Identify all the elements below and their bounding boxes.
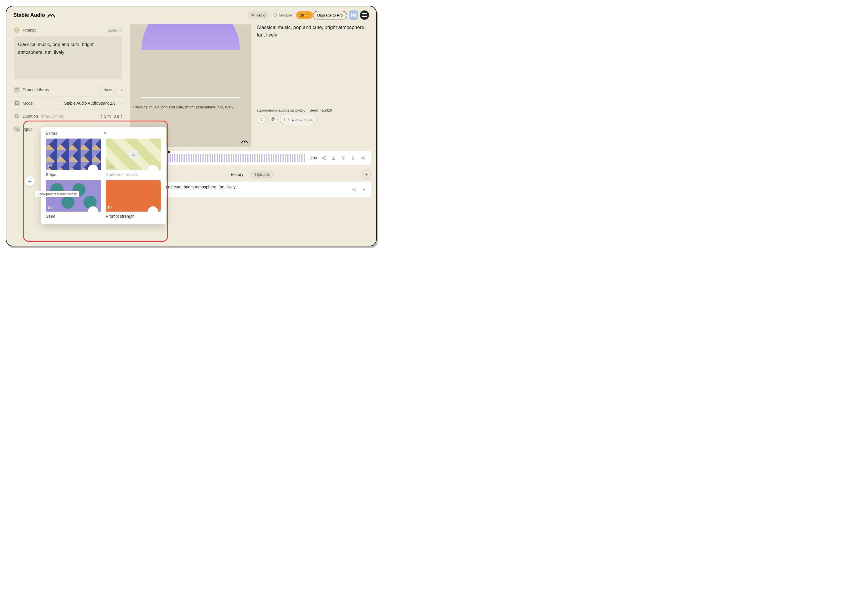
download-icon — [362, 187, 366, 192]
extras-tooltip: Show prompt extras overlay — [35, 191, 80, 197]
prompt-textarea[interactable]: Classical music, pop and cute, bright at… — [14, 36, 122, 80]
artwork-caption: Classical music, pop and cute, bright at… — [130, 102, 251, 112]
clock-icon — [14, 113, 20, 119]
share-icon — [322, 155, 326, 160]
add-extras-button[interactable]: ＋ — [25, 176, 35, 186]
svg-rect-3 — [354, 15, 356, 17]
download-button[interactable] — [361, 187, 367, 192]
mixtape-toggle[interactable]: Mixtape — [269, 11, 296, 19]
model-id: stable-audio-audiosparx-v2-0 — [257, 108, 306, 112]
upgrade-button[interactable]: Upgrade to Pro — [313, 11, 347, 19]
download-icon — [331, 155, 336, 160]
hamburger-icon — [362, 13, 367, 17]
total-time: 3:00 — [310, 156, 317, 160]
brand-name: Stable Audio — [13, 12, 45, 18]
extras-card-prompt-strength[interactable]: Pr Prompt strength — [106, 180, 161, 219]
history-item[interactable]: ssical music, pop and cute, bright atmos… — [130, 182, 371, 197]
svg-point-24 — [354, 190, 356, 191]
add-button[interactable]: ＋ — [362, 170, 371, 179]
extras-card-number-of-results[interactable]: Nu Number of results — [106, 139, 161, 177]
duration-row[interactable]: Duration (max. 3m 0s) ▴▾3 m 0 s▴▾ — [12, 110, 125, 123]
speaker-icon — [361, 155, 366, 160]
svg-rect-15 — [272, 118, 275, 120]
model-icon — [14, 100, 20, 106]
radio-toggle[interactable]: Radio — [247, 11, 269, 19]
waveform-icon — [284, 118, 289, 121]
extras-overlay: Extras ✕ St Steps Nu Number of results S… — [41, 127, 166, 224]
volume-button[interactable] — [360, 155, 366, 160]
audio-player: 31 3:00 — [130, 151, 371, 165]
back-button[interactable] — [257, 115, 266, 124]
svg-point-18 — [325, 156, 326, 157]
credits-pill[interactable]: 16♫ — [296, 11, 313, 19]
brand: Stable Audio — [13, 12, 55, 18]
info-icon: i — [118, 28, 122, 32]
chevron-right-icon[interactable]: › — [118, 101, 122, 106]
use-as-input-button[interactable]: Use as input — [280, 115, 317, 124]
thumbs-down-button[interactable] — [341, 155, 347, 160]
svg-rect-27 — [132, 154, 135, 155]
svg-rect-2 — [351, 15, 353, 17]
svg-line-26 — [353, 190, 355, 191]
right-panel: Classical music, pop and cute, bright at… — [130, 24, 371, 246]
track-description: Classical music, pop and cute, bright at… — [257, 24, 371, 38]
music-note-icon: ♫ — [306, 13, 309, 18]
waveform-icon — [14, 126, 20, 132]
share-icon — [352, 187, 356, 192]
model-value: Stable Audio AudioSparx 2.0 — [64, 101, 115, 105]
svg-point-19 — [325, 158, 326, 160]
prompt-guide-link[interactable]: guide i — [108, 28, 122, 33]
lock-icon — [128, 149, 139, 159]
model-label: Model — [23, 101, 34, 105]
svg-point-23 — [354, 188, 356, 189]
main-menu-button[interactable] — [360, 10, 369, 20]
brand-logo-icon — [47, 12, 55, 18]
history-item[interactable]: ssic music 0 1 hour ago — [130, 199, 371, 214]
share-button[interactable] — [351, 187, 357, 192]
thumbs-up-icon — [351, 155, 356, 160]
svg-line-25 — [353, 188, 355, 189]
svg-rect-12 — [15, 102, 18, 105]
extras-close-button[interactable]: ✕ — [103, 131, 161, 136]
brand-logo-icon — [241, 139, 248, 144]
svg-rect-14 — [272, 118, 274, 121]
track-artwork — [130, 24, 251, 102]
prompt-label: Prompt — [23, 28, 35, 33]
arrow-left-icon — [259, 117, 263, 121]
extras-card-steps[interactable]: St Steps — [46, 139, 101, 177]
copy-icon — [271, 117, 275, 121]
chevron-right-icon[interactable]: › — [118, 87, 122, 92]
layout-grid-button[interactable] — [349, 10, 358, 20]
library-icon — [14, 87, 20, 93]
copy-button[interactable] — [268, 115, 278, 124]
grid-icon — [351, 13, 356, 18]
seed-value: -15319 — [320, 108, 332, 112]
extras-title: Extras — [46, 131, 103, 136]
svg-text:i: i — [120, 29, 121, 32]
top-bar: Stable Audio Radio Mixtape 16♫ Upgrade t… — [6, 6, 376, 24]
waveform-scrubber[interactable] — [143, 154, 306, 162]
prompt-icon: T — [14, 27, 20, 33]
extras-card-seed[interactable]: Se Seed — [46, 180, 101, 219]
svg-line-20 — [323, 157, 325, 158]
thumbs-down-icon — [341, 155, 346, 160]
thumbs-up-button[interactable] — [351, 155, 356, 160]
tab-history[interactable]: History — [226, 170, 248, 179]
svg-line-21 — [323, 158, 325, 159]
svg-rect-0 — [351, 13, 353, 15]
library-value[interactable]: None — [100, 87, 116, 93]
app-window: Stable Audio Radio Mixtape 16♫ Upgrade t… — [6, 6, 376, 246]
minutes-stepper[interactable]: ▴▾ — [101, 114, 102, 119]
share-button[interactable] — [321, 155, 327, 160]
prompt-library-label: Prompt Library — [23, 87, 49, 92]
svg-rect-1 — [354, 13, 356, 15]
download-button[interactable] — [331, 155, 337, 160]
seconds-stepper[interactable]: ▴▾ — [121, 114, 122, 119]
tab-uploads[interactable]: Uploads — [250, 170, 275, 179]
